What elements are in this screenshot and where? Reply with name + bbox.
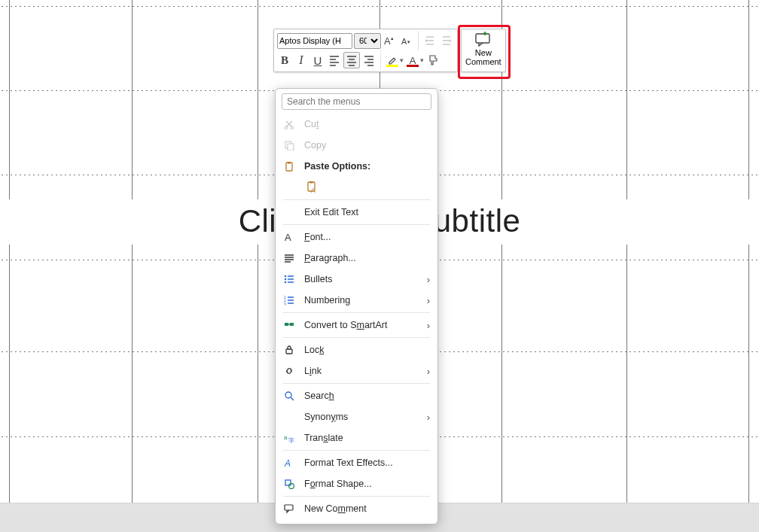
svg-text:▾: ▾ bbox=[407, 39, 410, 44]
svg-text:字: 字 bbox=[288, 437, 294, 443]
svg-point-17 bbox=[285, 281, 287, 284]
svg-rect-23 bbox=[286, 349, 292, 354]
menu-copy[interactable]: Copy bbox=[276, 135, 437, 156]
svg-rect-4 bbox=[476, 34, 489, 43]
shrink-font-button[interactable]: A▾ bbox=[399, 33, 414, 48]
svg-text:A: A bbox=[284, 458, 291, 468]
menu-synonyms[interactable]: Synonyms › bbox=[276, 406, 437, 427]
menu-exit-edit-text[interactable]: Exit Edit Text bbox=[276, 202, 437, 223]
menu-format-text-effects[interactable]: A Format Text Effects... bbox=[276, 452, 437, 473]
menu-search-input[interactable] bbox=[282, 93, 431, 110]
highlight-color-swatch bbox=[386, 65, 398, 67]
menu-new-comment[interactable]: New Comment bbox=[276, 498, 437, 519]
svg-text:A: A bbox=[384, 35, 391, 47]
menu-cut[interactable]: Cut bbox=[276, 114, 437, 135]
link-icon bbox=[283, 365, 295, 377]
menu-lock[interactable]: Lock bbox=[276, 339, 437, 360]
menu-link[interactable]: Link › bbox=[276, 360, 437, 382]
copy-icon bbox=[283, 139, 295, 151]
menu-search[interactable] bbox=[282, 93, 431, 110]
svg-point-16 bbox=[285, 278, 287, 281]
new-comment-button[interactable]: NewComment bbox=[461, 29, 506, 72]
chevron-right-icon: › bbox=[427, 412, 430, 423]
format-painter-button[interactable] bbox=[425, 53, 440, 68]
font-icon: A bbox=[283, 231, 295, 243]
svg-rect-22 bbox=[290, 323, 294, 326]
search-icon bbox=[283, 390, 295, 402]
font-color-dropdown-icon[interactable]: ▾ bbox=[420, 56, 424, 64]
text-effects-icon: A bbox=[283, 457, 295, 469]
svg-text:A: A bbox=[285, 232, 291, 242]
svg-rect-9 bbox=[286, 163, 292, 171]
highlight-color-button[interactable] bbox=[385, 53, 400, 68]
paste-keep-text-icon: A bbox=[306, 181, 318, 193]
align-right-button[interactable] bbox=[361, 53, 376, 68]
menu-bullets[interactable]: Bullets › bbox=[276, 269, 437, 290]
svg-text:a: a bbox=[284, 434, 288, 441]
chevron-right-icon: › bbox=[427, 274, 430, 285]
increase-indent-button[interactable] bbox=[439, 33, 454, 48]
format-shape-icon bbox=[283, 478, 295, 490]
comment-icon bbox=[283, 503, 295, 515]
svg-rect-30 bbox=[285, 505, 293, 510]
menu-translate[interactable]: a字 Translate bbox=[276, 427, 437, 448]
menu-numbering[interactable]: 123 Numbering › bbox=[276, 290, 437, 311]
bold-button[interactable]: B bbox=[277, 53, 292, 68]
align-left-button[interactable] bbox=[327, 53, 342, 68]
svg-point-24 bbox=[285, 392, 291, 398]
menu-paste-header: Paste Options: bbox=[276, 156, 437, 177]
menu-font[interactable]: A Font... bbox=[276, 226, 437, 248]
svg-point-29 bbox=[289, 484, 294, 489]
svg-text:3: 3 bbox=[284, 302, 286, 306]
chevron-right-icon: › bbox=[427, 366, 430, 377]
font-color-swatch bbox=[407, 65, 419, 67]
menu-format-shape[interactable]: Format Shape... bbox=[276, 473, 437, 494]
font-size-combo[interactable]: 60 bbox=[354, 33, 381, 49]
clipboard-icon bbox=[283, 160, 295, 172]
paragraph-icon bbox=[283, 252, 295, 264]
menu-paste-keep-text[interactable]: A bbox=[276, 177, 437, 198]
font-color-button[interactable]: A bbox=[405, 53, 420, 68]
highlight-dropdown-icon[interactable]: ▾ bbox=[400, 56, 404, 64]
svg-point-15 bbox=[285, 275, 287, 278]
underline-button[interactable]: U bbox=[310, 53, 325, 68]
decrease-indent-button[interactable] bbox=[422, 33, 437, 48]
svg-rect-10 bbox=[288, 162, 291, 164]
chevron-right-icon: › bbox=[427, 320, 430, 331]
menu-smartart[interactable]: Convert to SmartArt › bbox=[276, 315, 437, 336]
cut-icon bbox=[283, 118, 295, 130]
accel-t: t bbox=[316, 119, 319, 129]
svg-rect-8 bbox=[288, 144, 294, 150]
svg-text:▴: ▴ bbox=[391, 35, 394, 41]
svg-text:A: A bbox=[311, 187, 315, 194]
italic-button[interactable]: I bbox=[294, 53, 309, 68]
chevron-right-icon: › bbox=[427, 295, 430, 306]
grow-font-button[interactable]: A▴ bbox=[383, 33, 398, 48]
translate-icon: a字 bbox=[283, 432, 295, 444]
svg-rect-12 bbox=[310, 181, 313, 184]
context-menu: Cut Copy Paste Options: A Exit Edit Text… bbox=[275, 88, 438, 524]
menu-search[interactable]: Search bbox=[276, 385, 437, 406]
align-center-button[interactable] bbox=[343, 52, 360, 68]
bullets-icon bbox=[283, 273, 295, 285]
lock-icon bbox=[283, 344, 295, 356]
menu-paragraph[interactable]: Paragraph... bbox=[276, 248, 437, 269]
mini-toolbar: 60 A▴ A▾ B I U bbox=[273, 29, 506, 72]
font-name-combo[interactable] bbox=[277, 33, 352, 49]
smartart-icon bbox=[283, 319, 295, 331]
new-comment-icon bbox=[474, 32, 492, 47]
svg-rect-21 bbox=[285, 323, 288, 326]
numbering-icon: 123 bbox=[283, 294, 295, 306]
svg-text:A: A bbox=[401, 37, 407, 46]
